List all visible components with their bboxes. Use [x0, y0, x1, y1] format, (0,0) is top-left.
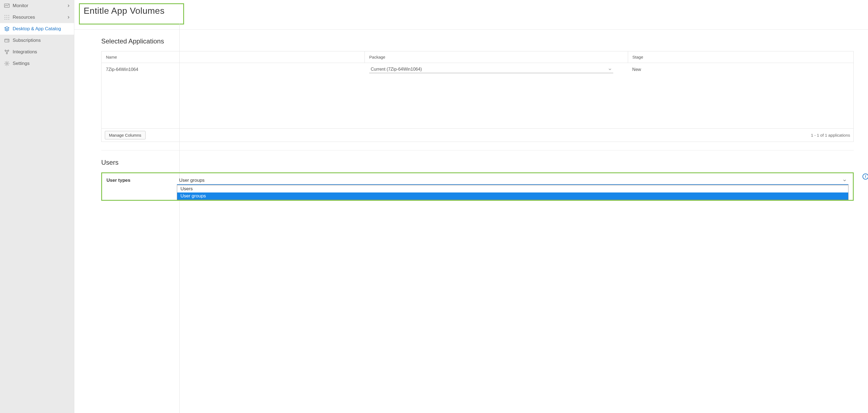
sidebar-item-label: Settings: [13, 61, 29, 66]
chevron-down-icon: [608, 68, 612, 71]
resources-icon: [4, 14, 10, 20]
table-row[interactable]: 7Zip-64Win1064 Current (7Zip-64Win1064) …: [101, 63, 854, 76]
info-icon[interactable]: i: [863, 173, 868, 180]
chevron-right-icon: [67, 4, 70, 7]
section-title-selected-apps: Selected Applications: [101, 37, 854, 45]
svg-point-13: [6, 53, 7, 54]
svg-point-12: [8, 50, 9, 51]
sidebar-item-integrations[interactable]: Integrations: [0, 46, 74, 58]
column-header-name[interactable]: Name: [101, 52, 365, 63]
integrations-icon: [4, 49, 10, 55]
title-highlight: Entitle App Volumes: [79, 3, 184, 25]
selected-apps-table: Name Package Stage 7Zip-64Win1064 Curren…: [101, 51, 854, 142]
table-count-text: 1 - 1 of 1 applications: [811, 133, 850, 137]
chevron-right-icon: [67, 16, 70, 19]
sidebar-item-label: Subscriptions: [13, 38, 41, 43]
page-header: Entitle App Volumes: [74, 0, 868, 30]
svg-point-6: [8, 17, 9, 18]
sidebar-item-label: Desktop & App Catalog: [13, 26, 61, 32]
svg-point-5: [7, 17, 7, 18]
package-select-value: Current (7Zip-64Win1064): [371, 67, 422, 72]
sidebar-item-subscriptions[interactable]: Subscriptions: [0, 35, 74, 46]
main-content: Entitle App Volumes Selected Application…: [74, 0, 868, 413]
monitor-icon: [4, 3, 10, 9]
column-header-stage[interactable]: Stage: [628, 52, 854, 63]
user-types-dropdown: Users User groups: [177, 185, 848, 200]
sidebar-item-label: Monitor: [13, 3, 28, 8]
sidebar-item-monitor[interactable]: Monitor: [0, 0, 74, 11]
svg-point-8: [7, 19, 7, 20]
sidebar-item-settings[interactable]: Settings: [0, 58, 74, 69]
gear-icon: [4, 61, 10, 67]
dropdown-option-user-groups[interactable]: User groups: [177, 192, 848, 200]
manage-columns-button[interactable]: Manage Columns: [105, 131, 146, 139]
column-header-package[interactable]: Package: [365, 52, 628, 63]
sidebar-item-desktop-app-catalog[interactable]: Desktop & App Catalog: [0, 23, 74, 35]
vertical-divider: [179, 23, 180, 413]
svg-rect-10: [5, 39, 9, 42]
page-title: Entitle App Volumes: [84, 6, 178, 16]
subscriptions-icon: [4, 37, 10, 43]
section-title-users: Users: [101, 159, 854, 166]
cell-name: 7Zip-64Win1064: [101, 63, 365, 76]
svg-point-1: [5, 15, 5, 16]
svg-point-11: [5, 50, 6, 51]
svg-point-4: [5, 17, 5, 18]
package-select[interactable]: Current (7Zip-64Win1064): [369, 66, 614, 73]
sidebar-item-label: Integrations: [13, 49, 37, 55]
svg-point-2: [7, 15, 7, 16]
sidebar-item-label: Resources: [13, 14, 35, 20]
svg-point-9: [8, 19, 9, 20]
sidebar-item-resources[interactable]: Resources: [0, 11, 74, 23]
user-types-label: User types: [106, 177, 177, 183]
catalog-icon: [4, 26, 10, 32]
table-footer: Manage Columns 1 - 1 of 1 applications: [101, 128, 854, 141]
sidebar: Monitor Resources: [0, 0, 74, 413]
chevron-down-icon: [843, 179, 846, 182]
user-types-selected-value: User groups: [179, 178, 205, 183]
user-types-select[interactable]: User groups: [177, 177, 848, 185]
svg-point-7: [5, 19, 5, 20]
svg-point-14: [6, 63, 8, 64]
svg-point-3: [8, 15, 9, 16]
dropdown-option-users[interactable]: Users: [177, 185, 848, 192]
cell-stage: New: [628, 63, 854, 76]
users-panel-highlight: User types User groups Users User groups: [101, 172, 854, 201]
